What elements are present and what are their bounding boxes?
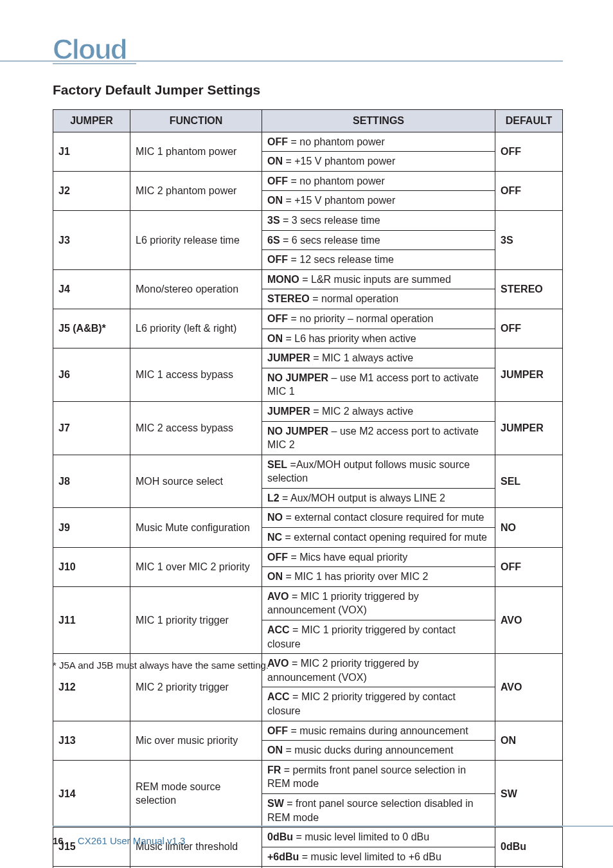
jumper-cell: J1 xyxy=(53,132,130,171)
default-cell: OFF xyxy=(495,309,563,348)
jumper-cell: J4 xyxy=(53,269,130,309)
default-cell: AVO xyxy=(495,654,563,721)
setting-cell: ACC = MIC 2 priority triggered by contac… xyxy=(262,687,495,721)
table-row: J2MIC 2 phantom powerOFF = no phantom po… xyxy=(53,171,563,191)
setting-cell: MONO = L&R music inputs are summed xyxy=(262,269,495,289)
default-cell: NO xyxy=(495,508,563,547)
page-number: 16 xyxy=(53,835,64,846)
table-row: J7MIC 2 access bypassJUMPER = MIC 2 alwa… xyxy=(53,401,563,421)
setting-cell: ON = music ducks during announcement xyxy=(262,741,495,761)
footer: 16 CX261 User Manual v1.3 xyxy=(53,835,185,846)
jumper-cell: J11 xyxy=(53,586,130,653)
setting-cell: NO JUMPER – use M1 access port to activa… xyxy=(262,368,495,401)
setting-cell: SEL =Aux/MOH output follows music source… xyxy=(262,455,495,488)
setting-cell: NO = external contact closure required f… xyxy=(262,508,495,528)
jumper-cell: J9 xyxy=(53,508,130,547)
table-row: J14REM mode source selectionFR = permits… xyxy=(53,760,563,793)
jumper-cell: J6 xyxy=(53,348,130,402)
jumper-cell: J3 xyxy=(53,210,130,269)
col-default: DEFAULT xyxy=(495,110,563,132)
jumper-cell: J10 xyxy=(53,547,130,586)
function-cell: MOH source select xyxy=(130,455,262,508)
doc-reference: CX261 User Manual v1.3 xyxy=(78,835,186,846)
function-cell: Music Mute configuration xyxy=(130,508,262,547)
function-cell: L6 priority release time xyxy=(130,210,262,269)
col-settings: SETTINGS xyxy=(262,110,495,132)
setting-cell: OFF = music remains during announcement xyxy=(262,721,495,741)
footer-divider xyxy=(53,826,613,827)
function-cell: REM mode source selection xyxy=(130,760,262,827)
setting-cell: OFF = Mics have equal priority xyxy=(262,547,495,567)
function-cell: Mono/stereo operation xyxy=(130,269,262,309)
default-cell: SW xyxy=(495,760,563,827)
setting-cell: OFF = 12 secs release time xyxy=(262,250,495,270)
setting-cell: JUMPER = MIC 1 always active xyxy=(262,348,495,368)
setting-cell: OFF = no phantom power xyxy=(262,171,495,191)
setting-cell: +6dBu = music level limited to +6 dBu xyxy=(262,847,495,867)
table-row: J9Music Mute configurationNO = external … xyxy=(53,508,563,528)
jumper-cell: J13 xyxy=(53,721,130,760)
default-cell: ON xyxy=(495,721,563,760)
setting-cell: FR = permits front panel source selectio… xyxy=(262,760,495,793)
setting-cell: ACC = MIC 1 priority triggered by contac… xyxy=(262,620,495,654)
default-cell: OFF xyxy=(495,171,563,210)
function-cell: MIC 2 access bypass xyxy=(130,401,262,455)
default-cell: AVO xyxy=(495,586,563,653)
setting-cell: NO JUMPER – use M2 access port to activa… xyxy=(262,421,495,455)
setting-cell: SW = front panel source selection disabl… xyxy=(262,793,495,827)
setting-cell: 0dBu = music level limited to 0 dBu xyxy=(262,827,495,847)
function-cell: MIC 1 over MIC 2 priority xyxy=(130,547,262,586)
table-row: J10MIC 1 over MIC 2 priorityOFF = Mics h… xyxy=(53,547,563,567)
jumper-cell: J5 (A&B)* xyxy=(53,309,130,348)
table-footnote: * J5A and J5B must always have the same … xyxy=(53,660,269,671)
default-cell: SEL xyxy=(495,455,563,508)
jumper-settings-table-wrap: JUMPER FUNCTION SETTINGS DEFAULT J1MIC 1… xyxy=(53,109,563,868)
setting-cell: JUMPER = MIC 2 always active xyxy=(262,401,495,421)
setting-cell: ON = +15 V phantom power xyxy=(262,152,495,172)
default-cell: STEREO xyxy=(495,269,563,309)
setting-cell: 3S = 3 secs release time xyxy=(262,210,495,230)
setting-cell: AVO = MIC 2 priority triggered by announ… xyxy=(262,654,495,687)
table-row: J13Mic over music priorityOFF = music re… xyxy=(53,721,563,741)
default-cell: 0dBu xyxy=(495,827,563,867)
setting-cell: STEREO = normal operation xyxy=(262,289,495,309)
table-row: J3L6 priority release time3S = 3 secs re… xyxy=(53,210,563,230)
default-cell: OFF xyxy=(495,132,563,171)
table-row: J4Mono/stereo operationMONO = L&R music … xyxy=(53,269,563,289)
logo-underline xyxy=(53,63,136,64)
jumper-cell: J15 xyxy=(53,827,130,867)
table-header-row: JUMPER FUNCTION SETTINGS DEFAULT xyxy=(53,110,563,132)
setting-cell: 6S = 6 secs release time xyxy=(262,230,495,250)
brand-logo: Cloud xyxy=(53,33,127,66)
function-cell: MIC 1 priority trigger xyxy=(130,586,262,653)
table-row: J5 (A&B)*L6 priority (left & right)OFF =… xyxy=(53,309,563,329)
table-row: J1MIC 1 phantom powerOFF = no phantom po… xyxy=(53,132,563,152)
jumper-cell: J7 xyxy=(53,401,130,455)
function-cell: Music limiter threshold xyxy=(130,827,262,867)
page-title: Factory Default Jumper Settings xyxy=(53,82,260,98)
jumper-cell: J8 xyxy=(53,455,130,508)
function-cell: MIC 2 phantom power xyxy=(130,171,262,210)
setting-cell: L2 = Aux/MOH output is always LINE 2 xyxy=(262,488,495,508)
table-row: J6MIC 1 access bypassJUMPER = MIC 1 alwa… xyxy=(53,348,563,368)
setting-cell: AVO = MIC 1 priority triggered by announ… xyxy=(262,586,495,620)
default-cell: JUMPER xyxy=(495,401,563,455)
col-jumper: JUMPER xyxy=(53,110,130,132)
setting-cell: OFF = no phantom power xyxy=(262,132,495,152)
setting-cell: OFF = no priority – normal operation xyxy=(262,309,495,329)
function-cell: L6 priority (left & right) xyxy=(130,309,262,348)
jumper-cell: J14 xyxy=(53,760,130,827)
default-cell: JUMPER xyxy=(495,348,563,402)
setting-cell: NC = external contact opening required f… xyxy=(262,528,495,548)
setting-cell: ON = L6 has priority when active xyxy=(262,329,495,348)
table-row: J8MOH source selectSEL =Aux/MOH output f… xyxy=(53,455,563,488)
jumper-cell: J2 xyxy=(53,171,130,210)
function-cell: Mic over music priority xyxy=(130,721,262,760)
default-cell: 3S xyxy=(495,210,563,269)
table-row: J11MIC 1 priority triggerAVO = MIC 1 pri… xyxy=(53,586,563,620)
setting-cell: ON = +15 V phantom power xyxy=(262,191,495,211)
col-function: FUNCTION xyxy=(130,110,262,132)
jumper-settings-table: JUMPER FUNCTION SETTINGS DEFAULT J1MIC 1… xyxy=(53,109,563,868)
default-cell: OFF xyxy=(495,547,563,586)
function-cell: MIC 1 access bypass xyxy=(130,348,262,402)
